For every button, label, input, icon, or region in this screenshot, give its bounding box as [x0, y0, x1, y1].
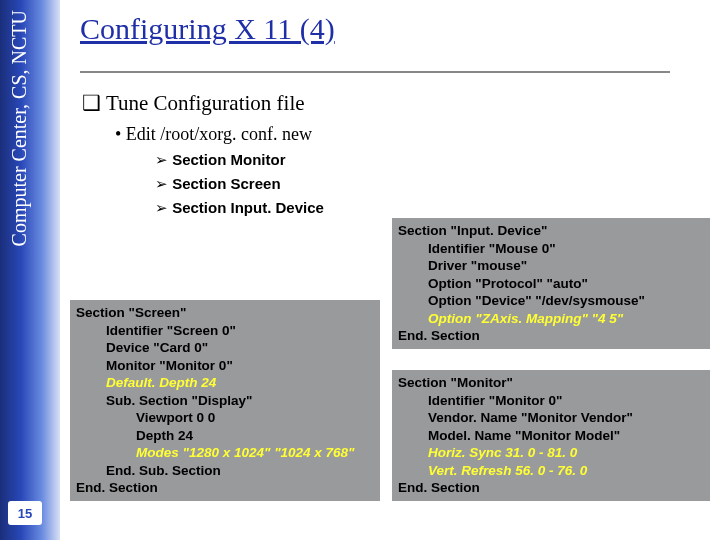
code-line-highlight: Horiz. Sync 31. 0 - 81. 0: [398, 444, 704, 462]
code-line-highlight: Default. Depth 24: [76, 374, 374, 392]
code-box-inputdevice: Section "Input. Device" Identifier "Mous…: [392, 218, 710, 349]
heading-tune: Tune Configuration file: [82, 91, 720, 116]
sidebar: Computer Center, CS, NCTU 15: [0, 0, 60, 540]
code-line: Option "Protocol" "auto": [398, 275, 704, 293]
code-line: Section "Screen": [76, 305, 186, 320]
arrow-section-monitor: Section Monitor: [155, 151, 720, 169]
code-box-screen: Section "Screen" Identifier "Screen 0" D…: [70, 300, 380, 501]
sidebar-label: Computer Center, CS, NCTU: [8, 10, 31, 246]
code-line: Option "Device" "/dev/sysmouse": [398, 292, 704, 310]
code-line: End. Sub. Section: [76, 462, 374, 480]
code-line: Device "Card 0": [76, 339, 374, 357]
code-line: Depth 24: [76, 427, 374, 445]
code-line: Identifier "Screen 0": [76, 322, 374, 340]
code-line-highlight: Vert. Refresh 56. 0 - 76. 0: [398, 462, 704, 480]
code-line: Viewport 0 0: [76, 409, 374, 427]
code-line: End. Section: [398, 480, 480, 495]
code-line: Vendor. Name "Monitor Vendor": [398, 409, 704, 427]
code-line-highlight: Modes "1280 x 1024" "1024 x 768": [76, 444, 374, 462]
slide-content: Configuring X 11 (4) Tune Configuration …: [70, 0, 720, 540]
bullet-edit: Edit /root/xorg. conf. new: [115, 124, 720, 145]
code-line: Model. Name "Monitor Model": [398, 427, 704, 445]
code-line: Sub. Section "Display": [76, 392, 374, 410]
code-line: Identifier "Mouse 0": [398, 240, 704, 258]
arrow-section-screen: Section Screen: [155, 175, 720, 193]
code-line: Identifier "Monitor 0": [398, 392, 704, 410]
code-line: Section "Input. Device": [398, 223, 547, 238]
code-line-highlight: Option "ZAxis. Mapping" "4 5": [398, 310, 704, 328]
code-line: End. Section: [398, 328, 480, 343]
code-box-monitor: Section "Monitor" Identifier "Monitor 0"…: [392, 370, 710, 501]
arrow-section-inputdevice: Section Input. Device: [155, 199, 720, 217]
page-number: 15: [8, 501, 42, 525]
code-line: End. Section: [76, 480, 158, 495]
code-line: Monitor "Monitor 0": [76, 357, 374, 375]
code-line: Driver "mouse": [398, 257, 704, 275]
code-line: Section "Monitor": [398, 375, 513, 390]
title-rule: [80, 71, 670, 73]
slide-title: Configuring X 11 (4): [80, 12, 720, 46]
